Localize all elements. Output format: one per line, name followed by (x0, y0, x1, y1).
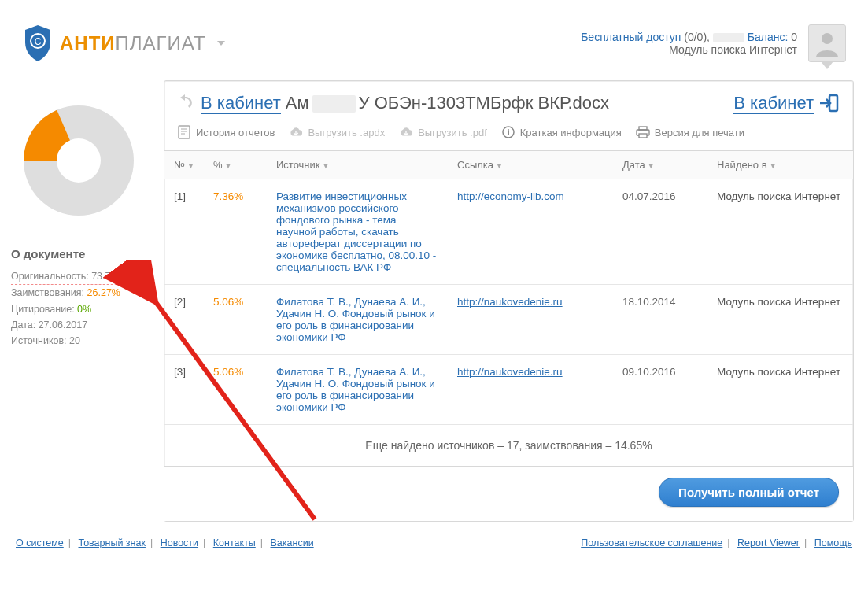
redacted-area (312, 95, 356, 113)
sort-icon: ▼ (496, 162, 503, 170)
col-header-source[interactable]: Источник▼ (267, 151, 448, 179)
footer-link[interactable]: Report Viewer (737, 537, 800, 548)
brief-info-button[interactable]: Краткая информация (501, 125, 622, 139)
enter-icon[interactable] (818, 92, 840, 114)
originality-donut-chart (8, 90, 150, 231)
svg-rect-6 (179, 126, 190, 138)
full-report-button[interactable]: Получить полный отчет (659, 478, 839, 507)
content-panel: В кабинет АмУ ОБЭн-1303ТМБрфк ВКР.docx В… (164, 80, 854, 522)
sources-stat: Источников: 20 (11, 333, 150, 349)
cell-pct: 5.06% (204, 285, 267, 355)
balance-value: 0 (791, 31, 797, 43)
cell-source[interactable]: Филатова Т. В., Дунаева А. И., Удачин Н.… (267, 285, 448, 355)
col-header-pct[interactable]: %▼ (204, 151, 267, 179)
redacted-area (713, 33, 744, 42)
footer-link[interactable]: Контакты (213, 537, 256, 548)
logo-text: АНТИПЛАГИАТ (60, 32, 206, 54)
logo[interactable]: C АНТИПЛАГИАТ (22, 24, 225, 63)
svg-point-2 (822, 33, 833, 44)
cell-date: 18.10.2014 (613, 285, 707, 355)
col-header-date[interactable]: Дата▼ (613, 151, 707, 179)
footer-link[interactable]: Новости (161, 537, 198, 548)
shield-icon: C (22, 24, 54, 63)
cell-pct: 5.06% (204, 355, 267, 425)
svg-text:C: C (35, 36, 42, 47)
user-icon (813, 29, 841, 57)
sort-icon: ▼ (187, 162, 194, 170)
sources-table: №▼ %▼ Источник▼ Ссылка▼ Дата▼ Найдено в▼… (164, 151, 853, 466)
about-document-title: О документе (11, 247, 150, 260)
sort-icon: ▼ (770, 162, 777, 170)
export-pdf-button: Выгрузить .pdf (399, 125, 487, 139)
cell-link: http://naukovedenie.ru (448, 355, 613, 425)
chevron-down-icon[interactable] (217, 41, 225, 46)
footer-link[interactable]: О системе (16, 537, 64, 548)
footer-left-links: О системе| Товарный знак| Новости| Конта… (16, 537, 314, 548)
source-link[interactable]: http://naukovedenie.ru (457, 296, 563, 308)
cloud-download-icon (399, 125, 413, 139)
footer-link[interactable]: Помощь (814, 537, 852, 548)
table-row: [2]5.06%Филатова Т. В., Дунаева А. И., У… (164, 285, 853, 355)
borrowings-stat: Заимствования: 26.27% (11, 285, 120, 301)
cell-source[interactable]: Филатова Т. В., Дунаева А. И., Удачин Н.… (267, 355, 448, 425)
balance-link[interactable]: Баланс: (748, 31, 789, 43)
print-button[interactable]: Версия для печати (636, 125, 744, 139)
cell-num: [3] (164, 355, 204, 425)
table-row: [1]7.36%Развитие инвестиционных механизм… (164, 179, 853, 285)
citation-stat: Цитирование: 0% (11, 301, 150, 317)
table-row: [3]5.06%Филатова Т. В., Дунаева А. И., У… (164, 355, 853, 425)
date-stat: Дата: 27.06.2017 (11, 317, 150, 333)
to-cabinet-link[interactable]: В кабинет (733, 93, 814, 114)
avatar[interactable] (808, 24, 846, 62)
sort-icon: ▼ (225, 162, 232, 170)
footer-right-links: Пользовательское соглашение| Report View… (581, 537, 852, 548)
free-access-link[interactable]: Бесплатный доступ (581, 31, 681, 43)
export-apdx-button: Выгрузить .apdx (289, 125, 385, 139)
footer-link[interactable]: Пользовательское соглашение (581, 537, 722, 548)
cell-num: [1] (164, 179, 204, 285)
cell-date: 09.10.2016 (613, 355, 707, 425)
cell-found: Модуль поиска Интернет (707, 179, 853, 285)
document-title: АмУ ОБЭн-1303ТМБрфк ВКР.docx (286, 93, 609, 113)
cell-pct: 7.36% (204, 179, 267, 285)
free-access-count: (0/0), (684, 31, 710, 43)
header: C АНТИПЛАГИАТ Бесплатный доступ (0/0), Б… (0, 0, 868, 71)
print-icon (636, 125, 650, 139)
more-sources-text: Еще найдено источников – 17, заимствован… (164, 425, 853, 467)
cell-found: Модуль поиска Интернет (707, 355, 853, 425)
cloud-download-icon (289, 125, 303, 139)
col-header-num[interactable]: №▼ (164, 151, 204, 179)
svg-point-4 (57, 138, 101, 183)
cell-num: [2] (164, 285, 204, 355)
col-header-found[interactable]: Найдено в▼ (707, 151, 853, 179)
cell-link: http://economy-lib.com (448, 179, 613, 285)
col-header-link[interactable]: Ссылка▼ (448, 151, 613, 179)
toolbar: История отчетов Выгрузить .apdx Выгрузит… (164, 124, 853, 151)
svg-rect-12 (508, 131, 509, 135)
source-link[interactable]: http://naukovedenie.ru (457, 366, 563, 378)
header-account-info: Бесплатный доступ (0/0), Баланс: 0 Модул… (581, 31, 797, 56)
info-icon (501, 125, 515, 139)
footer-link[interactable]: Товарный знак (79, 537, 146, 548)
cell-source[interactable]: Развитие инвестиционных механизмов росси… (267, 179, 448, 285)
module-label: Модуль поиска Интернет (581, 43, 797, 56)
back-to-cabinet-link[interactable]: В кабинет (201, 93, 281, 114)
sidebar: О документе Оригинальность: 73.73% Заимс… (0, 71, 157, 522)
sort-icon: ▼ (648, 162, 655, 170)
cell-found: Модуль поиска Интернет (707, 285, 853, 355)
cell-link: http://naukovedenie.ru (448, 285, 613, 355)
footer-link[interactable]: Вакансии (271, 537, 314, 548)
breadcrumb: В кабинет АмУ ОБЭн-1303ТМБрфк ВКР.docx В… (164, 89, 853, 124)
action-bar: Получить полный отчет (164, 466, 853, 521)
svg-rect-15 (639, 134, 647, 138)
source-link[interactable]: http://economy-lib.com (457, 190, 564, 202)
originality-stat: Оригинальность: 73.73% (11, 268, 125, 285)
footer: О системе| Товарный знак| Новости| Конта… (0, 522, 868, 564)
document-icon (177, 125, 191, 139)
sort-icon: ▼ (323, 162, 330, 170)
cell-date: 04.07.2016 (613, 179, 707, 285)
history-button[interactable]: История отчетов (177, 125, 275, 139)
svg-point-11 (508, 129, 509, 131)
back-arrow-icon[interactable] (177, 94, 196, 113)
